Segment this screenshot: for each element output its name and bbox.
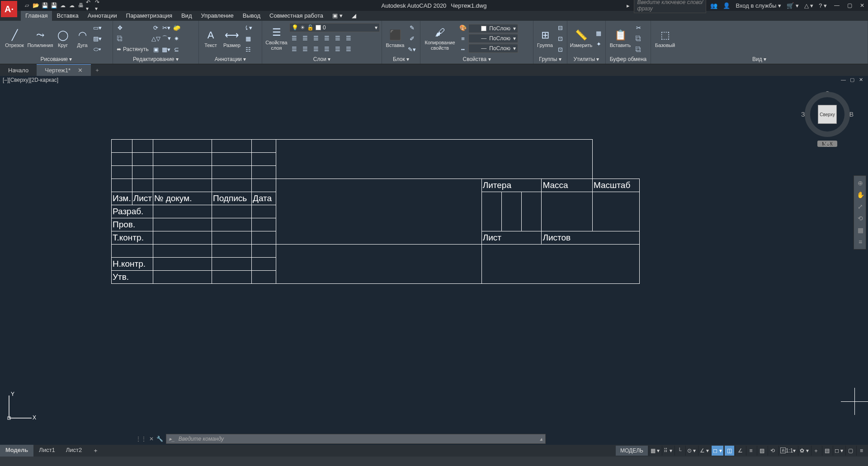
erase-icon[interactable]: 🧽 [172,23,182,33]
sheet1-tab[interactable]: Лист1 [33,445,60,457]
array-icon[interactable]: ▦▾ [161,44,171,54]
minimize-button[interactable]: — [833,2,841,9]
annotation-scale[interactable]: 🄰 1:1 ▾ [778,446,797,456]
panel-draw-label[interactable]: Рисование ▾ [1,55,112,63]
edit-attr-icon[interactable]: ✎▾ [407,44,417,54]
panel-properties-label[interactable]: Свойства ▾ [421,55,532,63]
color-wheel-icon[interactable]: 🎨 [458,23,468,33]
cloud-save-icon[interactable]: ☁ [68,1,76,9]
clean-screen[interactable]: ▢ [845,446,855,456]
annotation-monitor[interactable]: ＋ [811,446,821,456]
drawing-tab[interactable]: Чертеж1* ✕ [37,64,91,76]
panel-modify-label[interactable]: Редактирование ▾ [114,55,198,63]
showmotion-icon[interactable]: ▦ [855,225,866,235]
leader-icon[interactable]: ⤹▾ [243,23,253,33]
arc-button[interactable]: ◠Дуга [73,23,92,54]
ungroup-icon[interactable]: ⊟ [555,23,565,33]
insert-block-button[interactable]: ⬛Вставка [384,23,406,54]
layer-tool-icon[interactable]: ☰ [333,44,343,54]
copy-icon[interactable]: ⿻ [115,33,125,43]
color-dropdown[interactable]: ПоСлою ▾ [468,24,518,33]
tab-parametric[interactable]: Параметризация [122,11,177,21]
cmd-customize-icon[interactable]: 🔧 [156,436,163,442]
panel-layers-label[interactable]: Слои ▾ [263,55,381,63]
otrack-toggle[interactable]: ∠ [735,446,745,456]
tab-view[interactable]: Вид [177,11,197,21]
modelspace-toggle[interactable]: МОДЕЛЬ [616,446,648,456]
create-block-icon[interactable]: ✎ [407,23,417,33]
viewcube-face[interactable]: Сверху [818,105,837,124]
search-arrow-icon[interactable]: ▸ [625,2,631,9]
orbit-icon[interactable]: ⟲ [855,213,866,224]
lineweight-dropdown[interactable]: — ПоСлою ▾ [468,34,518,43]
panel-view-label[interactable]: Вид ▾ [652,55,867,63]
polar-toggle[interactable]: ⊙ ▾ [685,446,697,456]
layer-tool-icon[interactable]: ☰ [333,33,343,43]
paste-button[interactable]: 📋Вставить [608,23,633,54]
user-icon[interactable]: 👤 [722,2,731,9]
layer-tool-icon[interactable]: ☰ [344,44,354,54]
fillet-icon[interactable]: ⌒▾ [161,33,171,43]
panel-utilities-label[interactable]: Утилиты ▾ [568,55,604,63]
copy-clip-icon[interactable]: ⿻ [633,33,643,43]
open-icon[interactable]: 📂 [32,1,40,9]
grid-toggle[interactable]: ▦ ▾ [649,446,661,456]
saveas-icon[interactable]: 💾 [50,1,58,9]
sheet2-tab[interactable]: Лист2 [61,445,87,457]
explode-icon[interactable]: ✷ [172,33,182,43]
isolate-objects[interactable]: ◻ ▾ [833,446,844,456]
plot-icon[interactable]: 🖶 [77,1,85,9]
viewcube[interactable]: С З Сверху В Ю МСК [800,92,854,164]
3dosnap-toggle[interactable]: ◫ [724,446,734,456]
panel-annotation-label[interactable]: Аннотации ▾ [200,55,261,63]
panel-groups-label[interactable]: Группы ▾ [534,55,566,63]
cloud-open-icon[interactable]: ☁ [59,1,67,9]
full-nav-wheel-icon[interactable]: ⊕ [855,178,866,188]
rotate-icon[interactable]: ⟳ [151,23,161,33]
app-menu-button[interactable]: A· [1,1,17,17]
cmd-close-icon[interactable]: ✕ [149,436,154,442]
keyword-search-input[interactable]: Введите ключевое слово/фразу [634,0,706,13]
workspace-switch[interactable]: ✿ ▾ [798,446,810,456]
viewport-label[interactable]: [–][Сверху][2D-каркас] [3,77,58,83]
group-bbox-icon[interactable]: ⊡ [555,44,565,54]
lineweight-toggle[interactable]: ≡ [746,446,756,456]
layer-tool-icon[interactable]: ☰ [311,44,321,54]
cmd-history-icon[interactable]: ▴ [540,436,542,442]
layer-tool-icon[interactable]: ☰ [289,33,299,43]
layer-tool-icon[interactable]: ☰ [289,44,299,54]
osnap-toggle[interactable]: ◻ ▾ [711,446,723,456]
transparency-toggle[interactable]: ▨ [757,446,767,456]
circle-button[interactable]: ◯Круг [53,23,72,54]
panel-block-label[interactable]: Блок ▾ [383,55,419,63]
a360-icon[interactable]: △ ▾ [803,2,815,9]
layer-tool-icon[interactable]: ☰ [322,44,332,54]
snap-toggle[interactable]: ⠿ ▾ [662,446,673,456]
linetype-ref-icon[interactable]: ╍ [458,44,468,54]
model-tab[interactable]: Модель [0,445,33,457]
move-icon[interactable]: ✥ [115,23,125,33]
tab-manage[interactable]: Управление [196,11,238,21]
polyline-button[interactable]: ⤳Полилиния [28,23,53,54]
vp-minimize-button[interactable]: — [841,77,847,83]
exchange-icon[interactable]: 🛒 ▾ [785,2,800,9]
model-space-canvas[interactable]: Литера Масса Масштаб Изм. Лист № докум. … [0,85,868,433]
pan-icon[interactable]: ✋ [855,189,866,200]
util-icon[interactable]: ✦ [594,39,604,49]
mirror-icon[interactable]: △▽ [151,33,161,43]
ortho-toggle[interactable]: └ [675,446,684,456]
add-tab-button[interactable]: ＋ [91,64,104,76]
tab-insert[interactable]: Вставка [52,11,83,21]
stretch-button[interactable]: ⬌ Растянуть [115,44,151,54]
measure-button[interactable]: 📏Измерить [569,23,593,54]
cut-icon[interactable]: ✂ [633,23,643,33]
selection-cycling-toggle[interactable]: ⟲ [768,446,778,456]
signin-button[interactable]: Вход в службы ▾ [734,2,783,9]
linetype-dropdown[interactable]: — ПоСлою ▾ [468,44,518,53]
offset-icon[interactable]: ⊆ [172,44,182,54]
tab-output[interactable]: Вывод [238,11,265,21]
zoom-extents-icon[interactable]: ⤢ [855,201,866,212]
redo-icon[interactable]: ↷ ▾ [95,1,103,9]
vp-close-button[interactable]: ✕ [859,77,865,83]
group-edit-icon[interactable]: ⊡ [555,33,565,43]
